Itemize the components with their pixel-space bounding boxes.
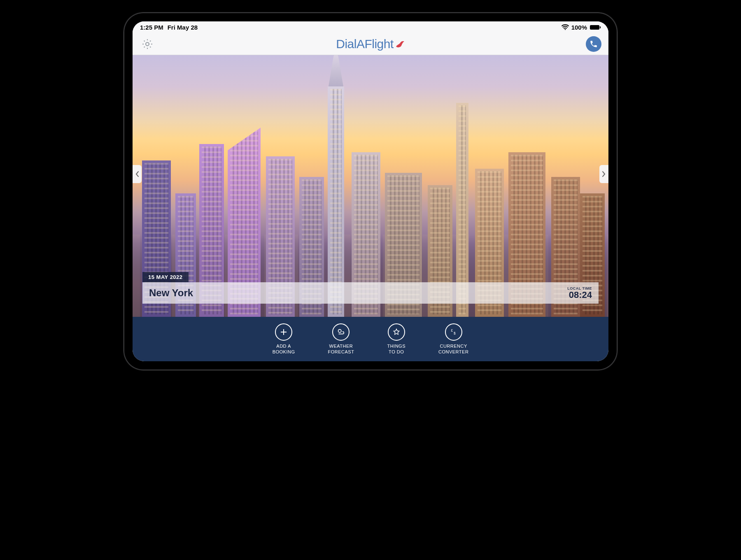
svg-text:$: $ <box>454 331 456 335</box>
things-to-do-button[interactable]: THINGS TO DO <box>387 323 405 355</box>
add-booking-label: ADD A BOOKING <box>273 343 295 355</box>
weather-icon <box>332 323 350 341</box>
weather-forecast-button[interactable]: WEATHER FORECAST <box>328 323 354 355</box>
svg-rect-1 <box>590 25 599 30</box>
add-booking-button[interactable]: ADD A BOOKING <box>273 323 295 355</box>
things-label: THINGS TO DO <box>387 343 405 355</box>
battery-percent: 100% <box>571 24 587 31</box>
star-icon <box>388 323 405 341</box>
call-button[interactable] <box>585 36 602 52</box>
battery-icon <box>590 25 601 30</box>
currency-label: CURRENCY CONVERTER <box>438 343 468 355</box>
plus-icon <box>275 323 292 341</box>
chevron-left-icon <box>135 171 139 177</box>
status-date: Fri May 28 <box>168 24 198 31</box>
chevron-right-icon <box>602 171 606 177</box>
weather-label: WEATHER FORECAST <box>328 343 354 355</box>
status-time: 1:25 PM <box>140 24 163 31</box>
svg-rect-2 <box>600 26 601 28</box>
phone-icon <box>590 40 598 48</box>
destination-hero: 15 MAY 2022 New York LOCAL TIME 08:24 <box>133 55 608 317</box>
app-screen: 1:25 PM Fri May 28 100% <box>133 21 608 361</box>
local-time: 08:24 <box>567 290 592 300</box>
top-bar: DialAFlight <box>133 33 608 55</box>
settings-button[interactable] <box>139 36 156 52</box>
trip-date: 15 MAY 2022 <box>142 272 189 282</box>
tablet-frame: 1:25 PM Fri May 28 100% <box>124 12 618 370</box>
prev-destination-button[interactable] <box>133 165 142 183</box>
bird-icon <box>395 37 405 51</box>
status-bar: 1:25 PM Fri May 28 100% <box>133 21 608 33</box>
svg-point-3 <box>146 42 149 46</box>
svg-point-0 <box>564 29 566 30</box>
svg-text:£: £ <box>451 329 453 332</box>
currency-converter-button[interactable]: £$ CURRENCY CONVERTER <box>438 323 468 355</box>
wifi-icon <box>562 24 569 30</box>
destination-city: New York <box>149 287 193 299</box>
currency-icon: £$ <box>445 323 462 341</box>
destination-info: 15 MAY 2022 New York LOCAL TIME 08:24 <box>142 272 599 304</box>
svg-point-4 <box>338 329 341 332</box>
bottom-toolbar: ADD A BOOKING WEATHER FORECAST THINGS TO… <box>133 317 608 361</box>
app-name-text: DialAFlight <box>336 37 394 51</box>
next-destination-button[interactable] <box>599 165 608 183</box>
app-title: DialAFlight <box>336 37 405 51</box>
gear-icon <box>141 38 154 50</box>
